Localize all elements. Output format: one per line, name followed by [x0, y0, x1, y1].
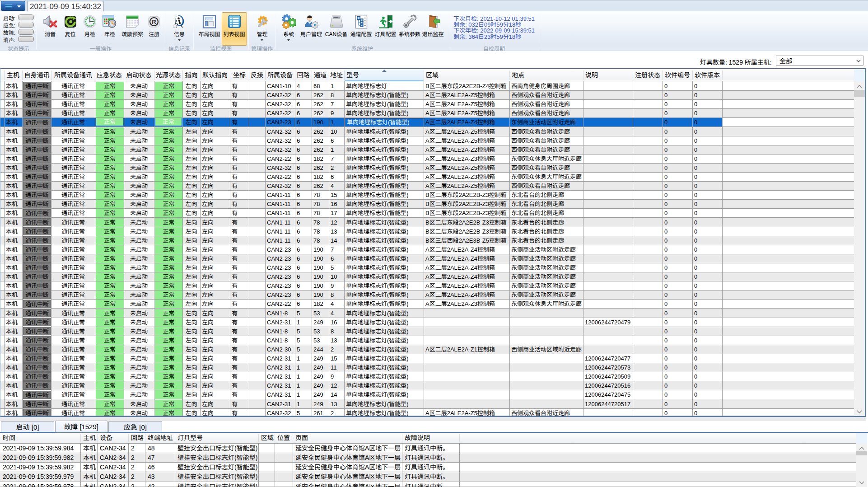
svg-text:R: R	[152, 19, 156, 25]
